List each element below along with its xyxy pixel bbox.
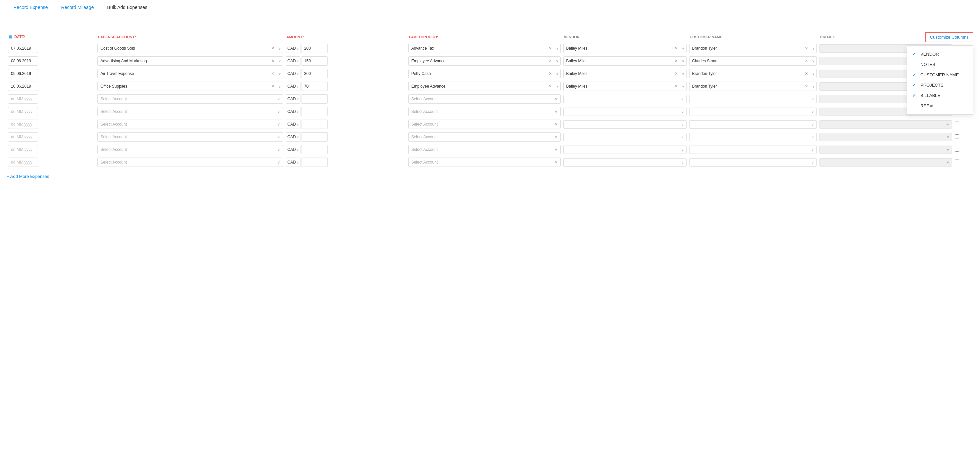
customer-name-select-9[interactable]: ∨	[689, 158, 817, 167]
currency-select-3[interactable]: CAD ∨	[286, 82, 301, 91]
vendor-select-7[interactable]: ∨	[563, 133, 687, 141]
expense-account-select-2[interactable]: Air Travel Expense✕∨	[97, 69, 283, 78]
vendor-select-1[interactable]: Bailey Miles✕∨	[563, 56, 687, 66]
customer-name-select-8[interactable]: ∨	[689, 146, 817, 154]
vendor-select-8[interactable]: ∨	[563, 146, 687, 154]
dropdown-item-billable[interactable]: ✓ BILLABLE	[907, 90, 973, 100]
customer-name-clear-2[interactable]: ✕	[803, 70, 810, 77]
currency-select-4[interactable]: CAD ∨	[286, 94, 301, 103]
customer-name-select-3[interactable]: Brandon Tyler✕∨	[689, 82, 817, 91]
currency-select-7[interactable]: CAD ∨	[286, 132, 301, 141]
paid-through-select-1[interactable]: Employee Advance✕∨	[408, 56, 561, 66]
dropdown-item-ref[interactable]: ✓ REF #	[907, 100, 973, 111]
date-input-7[interactable]	[8, 132, 38, 141]
expense-account-select-8[interactable]: Select Account∨	[97, 145, 283, 154]
currency-select-8[interactable]: CAD ∨	[286, 145, 301, 154]
vendor-select-2[interactable]: Bailey Miles✕∨	[563, 69, 687, 78]
expense-account-clear-1[interactable]: ✕	[269, 57, 277, 65]
tab-record-mileage[interactable]: Record Mileage	[55, 0, 100, 15]
customer-name-select-7[interactable]: ∨	[689, 133, 817, 141]
date-input-8[interactable]	[8, 145, 38, 154]
customer-name-select-1[interactable]: Charles Stone✕∨	[689, 56, 817, 66]
paid-through-clear-1[interactable]: ✕	[547, 57, 554, 65]
amount-input-3[interactable]	[301, 82, 328, 91]
billable-checkbox-8[interactable]	[955, 147, 959, 151]
expense-account-select-4[interactable]: Select Account∨	[97, 94, 283, 103]
date-input-2[interactable]	[8, 69, 38, 78]
expense-account-clear-2[interactable]: ✕	[269, 70, 277, 77]
amount-input-5[interactable]	[301, 107, 328, 116]
date-input-3[interactable]	[8, 82, 38, 91]
amount-input-1[interactable]	[301, 56, 328, 66]
paid-through-select-8[interactable]: Select Account∨	[408, 145, 561, 154]
currency-select-6[interactable]: CAD ∨	[286, 119, 301, 129]
paid-through-select-0[interactable]: Advance Tax✕∨	[408, 44, 561, 53]
projects-select-8[interactable]: ∨	[819, 146, 952, 154]
dropdown-item-projects[interactable]: ✓ PROJECTS	[907, 80, 973, 90]
date-input-5[interactable]	[8, 107, 38, 116]
customer-name-select-6[interactable]: ∨	[689, 120, 817, 129]
paid-through-select-5[interactable]: Select Account∨	[408, 107, 561, 116]
currency-select-1[interactable]: CAD ∨	[286, 56, 301, 66]
vendor-select-6[interactable]: ∨	[563, 120, 687, 129]
projects-select-7[interactable]: ∨	[819, 133, 952, 141]
paid-through-select-3[interactable]: Employee Advance✕∨	[408, 82, 561, 91]
tab-bulk-add-expenses[interactable]: Bulk Add Expenses	[100, 0, 154, 15]
amount-input-2[interactable]	[301, 69, 328, 78]
customer-name-select-4[interactable]: ∨	[689, 95, 817, 103]
amount-input-7[interactable]	[301, 132, 328, 141]
billable-checkbox-9[interactable]	[955, 159, 959, 164]
customer-name-select-2[interactable]: Brandon Tyler✕∨	[689, 69, 817, 78]
billable-checkbox-7[interactable]	[955, 134, 959, 139]
projects-select-9[interactable]: ∨	[819, 158, 952, 167]
date-input-4[interactable]	[8, 94, 38, 103]
expense-account-select-1[interactable]: Advertising And Marketing✕∨	[97, 56, 283, 66]
expense-account-select-5[interactable]: Select Account∨	[97, 107, 283, 116]
billable-checkbox-6[interactable]	[955, 122, 959, 126]
vendor-select-9[interactable]: ∨	[563, 158, 687, 167]
currency-select-2[interactable]: CAD ∨	[286, 69, 301, 78]
customer-name-clear-3[interactable]: ✕	[803, 83, 810, 90]
vendor-clear-3[interactable]: ✕	[673, 83, 680, 90]
date-input-0[interactable]	[8, 44, 38, 53]
expense-account-select-9[interactable]: Select Account∨	[97, 157, 283, 167]
vendor-clear-2[interactable]: ✕	[673, 70, 680, 77]
currency-select-0[interactable]: CAD ∨	[286, 44, 301, 53]
amount-input-0[interactable]	[301, 44, 328, 53]
vendor-select-5[interactable]: ∨	[563, 108, 687, 116]
add-more-expenses-button[interactable]: + Add More Expenses	[7, 174, 49, 179]
customize-columns-button[interactable]: Customize Columns	[925, 32, 973, 42]
dropdown-item-notes[interactable]: ✓ NOTES	[907, 59, 973, 70]
vendor-clear-0[interactable]: ✕	[673, 45, 680, 52]
paid-through-clear-3[interactable]: ✕	[547, 83, 554, 90]
amount-input-6[interactable]	[301, 119, 328, 129]
amount-input-9[interactable]	[301, 157, 328, 167]
customer-name-clear-1[interactable]: ✕	[803, 57, 810, 65]
date-input-1[interactable]	[8, 56, 38, 66]
date-input-6[interactable]	[8, 119, 38, 129]
currency-select-9[interactable]: CAD ∨	[286, 157, 301, 167]
dropdown-item-customer-name[interactable]: ✓ CUSTOMER NAME	[907, 70, 973, 80]
customer-name-select-5[interactable]: ∨	[689, 108, 817, 116]
customer-name-clear-0[interactable]: ✕	[803, 45, 810, 52]
dropdown-item-vendor[interactable]: ✓ VENDOR	[907, 49, 973, 59]
vendor-select-3[interactable]: Bailey Miles✕∨	[563, 82, 687, 91]
paid-through-clear-0[interactable]: ✕	[547, 45, 554, 52]
expense-account-select-6[interactable]: Select Account∨	[97, 119, 283, 129]
expense-account-clear-3[interactable]: ✕	[269, 83, 277, 90]
tab-record-expense[interactable]: Record Expense	[7, 0, 55, 15]
expense-account-select-7[interactable]: Select Account∨	[97, 132, 283, 141]
vendor-select-0[interactable]: Bailey Miles✕∨	[563, 44, 687, 53]
paid-through-select-9[interactable]: Select Account∨	[408, 157, 561, 167]
paid-through-select-2[interactable]: Petty Cash✕∨	[408, 69, 561, 78]
paid-through-select-7[interactable]: Select Account∨	[408, 132, 561, 141]
paid-through-select-4[interactable]: Select Account∨	[408, 94, 561, 103]
expense-account-select-0[interactable]: Cost of Goods Sold✕∨	[97, 44, 283, 53]
customer-name-select-0[interactable]: Brandon Tyler✕∨	[689, 44, 817, 53]
vendor-clear-1[interactable]: ✕	[673, 57, 680, 65]
vendor-select-4[interactable]: ∨	[563, 95, 687, 103]
paid-through-clear-2[interactable]: ✕	[547, 70, 554, 77]
paid-through-select-6[interactable]: Select Account∨	[408, 119, 561, 129]
date-input-9[interactable]	[8, 157, 38, 167]
expense-account-clear-0[interactable]: ✕	[269, 45, 277, 52]
